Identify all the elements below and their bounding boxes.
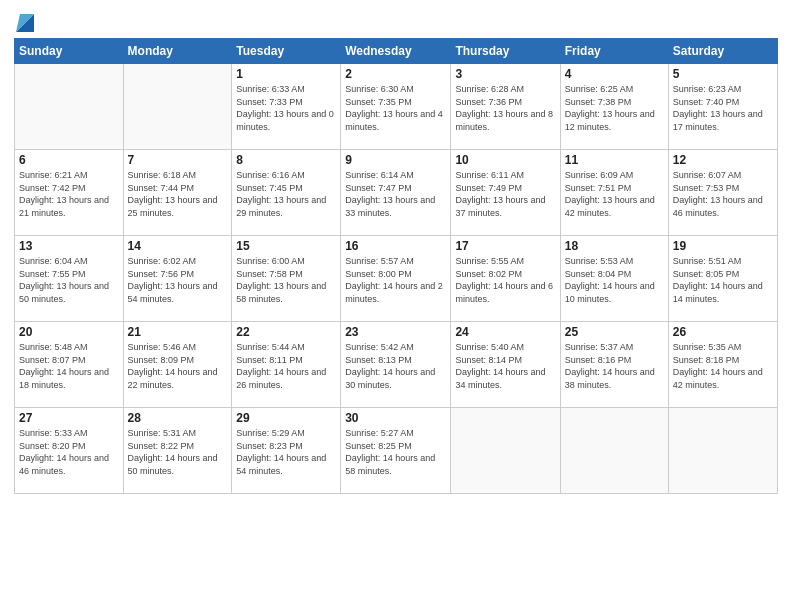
day-number: 10 xyxy=(455,153,555,167)
day-info: Sunrise: 5:48 AM Sunset: 8:07 PM Dayligh… xyxy=(19,341,119,391)
calendar-cell: 13Sunrise: 6:04 AM Sunset: 7:55 PM Dayli… xyxy=(15,236,124,322)
day-info: Sunrise: 6:16 AM Sunset: 7:45 PM Dayligh… xyxy=(236,169,336,219)
day-info: Sunrise: 5:29 AM Sunset: 8:23 PM Dayligh… xyxy=(236,427,336,477)
day-info: Sunrise: 6:25 AM Sunset: 7:38 PM Dayligh… xyxy=(565,83,664,133)
calendar-cell xyxy=(15,64,124,150)
day-number: 15 xyxy=(236,239,336,253)
day-info: Sunrise: 6:18 AM Sunset: 7:44 PM Dayligh… xyxy=(128,169,228,219)
day-number: 29 xyxy=(236,411,336,425)
calendar-cell xyxy=(451,408,560,494)
weekday-header-saturday: Saturday xyxy=(668,39,777,64)
day-info: Sunrise: 5:46 AM Sunset: 8:09 PM Dayligh… xyxy=(128,341,228,391)
day-info: Sunrise: 5:40 AM Sunset: 8:14 PM Dayligh… xyxy=(455,341,555,391)
calendar-cell: 2Sunrise: 6:30 AM Sunset: 7:35 PM Daylig… xyxy=(341,64,451,150)
calendar-cell: 23Sunrise: 5:42 AM Sunset: 8:13 PM Dayli… xyxy=(341,322,451,408)
calendar-cell: 10Sunrise: 6:11 AM Sunset: 7:49 PM Dayli… xyxy=(451,150,560,236)
day-info: Sunrise: 5:35 AM Sunset: 8:18 PM Dayligh… xyxy=(673,341,773,391)
day-info: Sunrise: 5:31 AM Sunset: 8:22 PM Dayligh… xyxy=(128,427,228,477)
day-number: 22 xyxy=(236,325,336,339)
day-info: Sunrise: 5:53 AM Sunset: 8:04 PM Dayligh… xyxy=(565,255,664,305)
day-number: 14 xyxy=(128,239,228,253)
day-number: 18 xyxy=(565,239,664,253)
weekday-header-sunday: Sunday xyxy=(15,39,124,64)
page: SundayMondayTuesdayWednesdayThursdayFrid… xyxy=(0,0,792,612)
day-number: 6 xyxy=(19,153,119,167)
weekday-header-monday: Monday xyxy=(123,39,232,64)
calendar-cell: 17Sunrise: 5:55 AM Sunset: 8:02 PM Dayli… xyxy=(451,236,560,322)
calendar-cell: 14Sunrise: 6:02 AM Sunset: 7:56 PM Dayli… xyxy=(123,236,232,322)
day-info: Sunrise: 5:51 AM Sunset: 8:05 PM Dayligh… xyxy=(673,255,773,305)
day-info: Sunrise: 5:27 AM Sunset: 8:25 PM Dayligh… xyxy=(345,427,446,477)
day-number: 9 xyxy=(345,153,446,167)
calendar-cell: 5Sunrise: 6:23 AM Sunset: 7:40 PM Daylig… xyxy=(668,64,777,150)
calendar-cell: 22Sunrise: 5:44 AM Sunset: 8:11 PM Dayli… xyxy=(232,322,341,408)
day-number: 1 xyxy=(236,67,336,81)
calendar-cell: 15Sunrise: 6:00 AM Sunset: 7:58 PM Dayli… xyxy=(232,236,341,322)
day-number: 17 xyxy=(455,239,555,253)
day-info: Sunrise: 6:28 AM Sunset: 7:36 PM Dayligh… xyxy=(455,83,555,133)
day-info: Sunrise: 6:04 AM Sunset: 7:55 PM Dayligh… xyxy=(19,255,119,305)
day-number: 11 xyxy=(565,153,664,167)
calendar-cell: 3Sunrise: 6:28 AM Sunset: 7:36 PM Daylig… xyxy=(451,64,560,150)
day-number: 24 xyxy=(455,325,555,339)
day-number: 20 xyxy=(19,325,119,339)
day-info: Sunrise: 6:09 AM Sunset: 7:51 PM Dayligh… xyxy=(565,169,664,219)
calendar-week-4: 20Sunrise: 5:48 AM Sunset: 8:07 PM Dayli… xyxy=(15,322,778,408)
calendar-cell: 4Sunrise: 6:25 AM Sunset: 7:38 PM Daylig… xyxy=(560,64,668,150)
logo-icon xyxy=(16,10,34,32)
day-info: Sunrise: 6:23 AM Sunset: 7:40 PM Dayligh… xyxy=(673,83,773,133)
day-info: Sunrise: 5:57 AM Sunset: 8:00 PM Dayligh… xyxy=(345,255,446,305)
calendar-cell: 28Sunrise: 5:31 AM Sunset: 8:22 PM Dayli… xyxy=(123,408,232,494)
calendar-cell: 9Sunrise: 6:14 AM Sunset: 7:47 PM Daylig… xyxy=(341,150,451,236)
calendar-cell: 18Sunrise: 5:53 AM Sunset: 8:04 PM Dayli… xyxy=(560,236,668,322)
day-info: Sunrise: 6:00 AM Sunset: 7:58 PM Dayligh… xyxy=(236,255,336,305)
calendar-cell: 8Sunrise: 6:16 AM Sunset: 7:45 PM Daylig… xyxy=(232,150,341,236)
calendar-cell: 27Sunrise: 5:33 AM Sunset: 8:20 PM Dayli… xyxy=(15,408,124,494)
weekday-header-wednesday: Wednesday xyxy=(341,39,451,64)
day-info: Sunrise: 6:02 AM Sunset: 7:56 PM Dayligh… xyxy=(128,255,228,305)
calendar-cell: 1Sunrise: 6:33 AM Sunset: 7:33 PM Daylig… xyxy=(232,64,341,150)
calendar-cell xyxy=(560,408,668,494)
day-number: 21 xyxy=(128,325,228,339)
calendar-cell xyxy=(123,64,232,150)
calendar-cell: 6Sunrise: 6:21 AM Sunset: 7:42 PM Daylig… xyxy=(15,150,124,236)
day-info: Sunrise: 6:11 AM Sunset: 7:49 PM Dayligh… xyxy=(455,169,555,219)
day-info: Sunrise: 6:30 AM Sunset: 7:35 PM Dayligh… xyxy=(345,83,446,133)
calendar-cell: 11Sunrise: 6:09 AM Sunset: 7:51 PM Dayli… xyxy=(560,150,668,236)
calendar-week-1: 1Sunrise: 6:33 AM Sunset: 7:33 PM Daylig… xyxy=(15,64,778,150)
day-number: 7 xyxy=(128,153,228,167)
day-info: Sunrise: 6:14 AM Sunset: 7:47 PM Dayligh… xyxy=(345,169,446,219)
day-info: Sunrise: 5:42 AM Sunset: 8:13 PM Dayligh… xyxy=(345,341,446,391)
day-number: 12 xyxy=(673,153,773,167)
day-info: Sunrise: 5:37 AM Sunset: 8:16 PM Dayligh… xyxy=(565,341,664,391)
day-number: 16 xyxy=(345,239,446,253)
calendar-cell: 24Sunrise: 5:40 AM Sunset: 8:14 PM Dayli… xyxy=(451,322,560,408)
day-info: Sunrise: 5:55 AM Sunset: 8:02 PM Dayligh… xyxy=(455,255,555,305)
day-number: 2 xyxy=(345,67,446,81)
day-number: 23 xyxy=(345,325,446,339)
weekday-header-friday: Friday xyxy=(560,39,668,64)
calendar-cell: 19Sunrise: 5:51 AM Sunset: 8:05 PM Dayli… xyxy=(668,236,777,322)
day-info: Sunrise: 6:33 AM Sunset: 7:33 PM Dayligh… xyxy=(236,83,336,133)
calendar-cell xyxy=(668,408,777,494)
day-number: 30 xyxy=(345,411,446,425)
weekday-header-tuesday: Tuesday xyxy=(232,39,341,64)
day-number: 27 xyxy=(19,411,119,425)
day-number: 3 xyxy=(455,67,555,81)
calendar-week-3: 13Sunrise: 6:04 AM Sunset: 7:55 PM Dayli… xyxy=(15,236,778,322)
weekday-header-thursday: Thursday xyxy=(451,39,560,64)
day-info: Sunrise: 5:44 AM Sunset: 8:11 PM Dayligh… xyxy=(236,341,336,391)
calendar-week-5: 27Sunrise: 5:33 AM Sunset: 8:20 PM Dayli… xyxy=(15,408,778,494)
day-number: 19 xyxy=(673,239,773,253)
day-number: 8 xyxy=(236,153,336,167)
day-number: 13 xyxy=(19,239,119,253)
weekday-header-row: SundayMondayTuesdayWednesdayThursdayFrid… xyxy=(15,39,778,64)
calendar-cell: 29Sunrise: 5:29 AM Sunset: 8:23 PM Dayli… xyxy=(232,408,341,494)
calendar-cell: 30Sunrise: 5:27 AM Sunset: 8:25 PM Dayli… xyxy=(341,408,451,494)
calendar-cell: 26Sunrise: 5:35 AM Sunset: 8:18 PM Dayli… xyxy=(668,322,777,408)
calendar-cell: 25Sunrise: 5:37 AM Sunset: 8:16 PM Dayli… xyxy=(560,322,668,408)
calendar-week-2: 6Sunrise: 6:21 AM Sunset: 7:42 PM Daylig… xyxy=(15,150,778,236)
day-info: Sunrise: 6:07 AM Sunset: 7:53 PM Dayligh… xyxy=(673,169,773,219)
calendar-table: SundayMondayTuesdayWednesdayThursdayFrid… xyxy=(14,38,778,494)
day-number: 28 xyxy=(128,411,228,425)
